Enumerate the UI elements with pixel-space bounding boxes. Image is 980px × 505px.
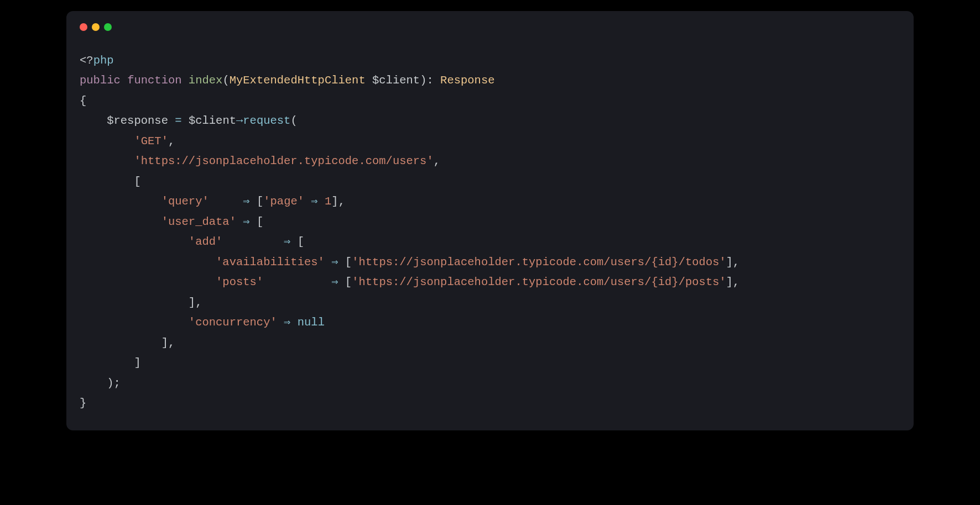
- code-token: ,: [434, 155, 440, 167]
- code-token: $response: [107, 114, 168, 127]
- code-token: [: [257, 195, 263, 208]
- code-token: php: [93, 54, 114, 67]
- code-token: =: [175, 114, 181, 127]
- code-token: null: [298, 316, 325, 329]
- code-token: ⇒: [284, 316, 290, 329]
- code-token: $client: [372, 74, 420, 87]
- code-token: [: [298, 235, 304, 248]
- code-token: 'https://jsonplaceholder.typicode.com/us…: [352, 256, 726, 269]
- code-token: request: [243, 114, 290, 127]
- code-token: ⇒: [284, 235, 290, 248]
- code-token: ]: [189, 296, 195, 309]
- code-token: [: [134, 175, 140, 188]
- code-token: 'user_data': [161, 215, 236, 228]
- code-token: 'concurrency': [189, 316, 277, 329]
- code-token: ,: [195, 296, 202, 309]
- code-token: Response: [440, 74, 494, 87]
- code-token: ]: [134, 356, 140, 369]
- code-block: <?php public function index(MyExtendedHt…: [80, 51, 900, 414]
- code-token: ⇒: [331, 276, 338, 288]
- code-token: 'https://jsonplaceholder.typicode.com/us…: [134, 155, 433, 167]
- code-token: [: [345, 276, 352, 288]
- minimize-icon[interactable]: [92, 23, 100, 31]
- code-token: MyExtendedHttpClient: [230, 74, 366, 87]
- code-token: ]: [726, 276, 733, 288]
- close-icon[interactable]: [80, 23, 87, 31]
- code-window: <?php public function index(MyExtendedHt…: [66, 11, 914, 430]
- code-token: 'https://jsonplaceholder.typicode.com/us…: [352, 276, 726, 288]
- code-token: [: [345, 256, 352, 269]
- code-token: ?: [86, 54, 93, 67]
- window-titlebar: [80, 23, 900, 31]
- code-token: ]: [161, 336, 168, 349]
- code-token: ): [107, 377, 113, 390]
- code-token: ⇒: [243, 215, 249, 228]
- code-token: ,: [733, 276, 739, 288]
- code-token: public: [80, 74, 121, 87]
- code-token: ,: [168, 336, 175, 349]
- code-token: }: [80, 397, 86, 409]
- code-token: :: [426, 74, 433, 87]
- code-token: (: [290, 114, 297, 127]
- maximize-icon[interactable]: [104, 23, 112, 31]
- code-token: 'add': [189, 235, 223, 248]
- code-token: [: [257, 215, 263, 228]
- code-token: {: [80, 94, 86, 107]
- code-token: index: [189, 74, 223, 87]
- code-token: ]: [726, 256, 733, 269]
- code-token: 'page': [263, 195, 304, 208]
- code-token: 'posts': [216, 276, 263, 288]
- code-token: ,: [733, 256, 739, 269]
- code-token: 'query': [161, 195, 209, 208]
- code-token: ]: [331, 195, 338, 208]
- code-token: ): [420, 74, 426, 87]
- code-token: 1: [325, 195, 331, 208]
- code-token: function: [127, 74, 181, 87]
- code-token: <: [80, 54, 86, 67]
- code-token: ,: [168, 135, 175, 148]
- code-token: 'availabilities': [216, 256, 325, 269]
- code-token: →: [236, 114, 243, 127]
- code-token: ⇒: [243, 195, 249, 208]
- code-token: ⇒: [311, 195, 317, 208]
- code-token: (: [222, 74, 229, 87]
- code-token: ⇒: [331, 256, 338, 269]
- code-token: ;: [114, 377, 121, 390]
- code-token: ,: [338, 195, 345, 208]
- code-token: 'GET': [134, 135, 168, 148]
- code-token: $client: [189, 114, 236, 127]
